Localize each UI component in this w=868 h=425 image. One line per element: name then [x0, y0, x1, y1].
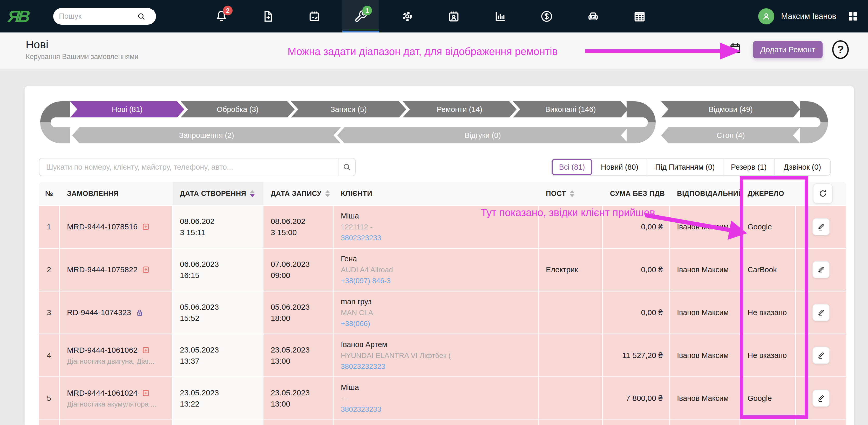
pencil-icon — [816, 265, 826, 274]
nav-gear[interactable] — [389, 0, 426, 32]
funnel-stage-top-1[interactable]: Обробка (3) — [181, 101, 294, 117]
date-created-line: 08.06.202 — [180, 216, 263, 227]
cell-client: Іванов АртемHYUNDAI ELANTRA VI Ліфтбек (… — [334, 334, 538, 376]
client-name: Іванов Артем — [341, 340, 538, 349]
partial-row-cell — [334, 420, 538, 425]
cell-date-created: 06.06.202316:15 — [173, 249, 264, 291]
orders-search-input[interactable] — [39, 163, 338, 171]
user-name: Максим Іванов — [781, 12, 836, 21]
column-header-5[interactable]: ПОСТ — [538, 182, 603, 205]
funnel-stage-top-3[interactable]: Ремонти (14) — [403, 101, 517, 117]
cell-row-number: 5 — [39, 377, 60, 419]
status-filter-tabs: Всі (81)Новий (80)Під Питанням (0)Резерв… — [551, 159, 831, 176]
sort-icon[interactable] — [325, 190, 330, 197]
cell-post — [538, 291, 603, 334]
user-box[interactable]: Максим Іванов — [758, 0, 859, 32]
nav-car[interactable] — [575, 0, 612, 32]
funnel-stage-top-5[interactable]: Відмови (49) — [661, 101, 800, 117]
edit-order-button[interactable] — [812, 390, 830, 407]
filter-tab-4[interactable]: Дзвінок (0) — [775, 159, 830, 175]
funnel-stage-bottom-2[interactable]: Стоп (4) — [661, 127, 800, 143]
column-label: ДАТА ЗАПИСУ — [271, 190, 321, 198]
column-label: ДАТА СТВОРЕННЯ — [180, 190, 246, 198]
nav-wrench[interactable]: 1 — [342, 0, 379, 32]
edit-order-button[interactable] — [812, 218, 830, 235]
edit-order-button[interactable] — [812, 261, 830, 278]
order-number[interactable]: MRD-9444-1061024 — [67, 389, 137, 397]
cell-date-created: 23.05.202313:22 — [173, 377, 264, 419]
filter-tab-0[interactable]: Всі (81) — [552, 159, 593, 175]
pencil-icon — [816, 308, 826, 317]
date-record-line: 05.06.2023 — [271, 301, 333, 313]
cell-sum: 0,00 ₴ — [603, 291, 670, 334]
table-row[interactable]: 5MRD-9444-1061024Діагностика акумулятора… — [39, 377, 846, 419]
table-body: 1MRD-9444-107851608.06.2023 15:1108.06.2… — [39, 205, 846, 419]
nav-calendar-check[interactable] — [296, 0, 333, 32]
plus-square-icon — [141, 265, 151, 274]
order-number[interactable]: RD-9444-1074323 — [67, 308, 131, 317]
partial-row-cell — [173, 420, 264, 425]
global-search-input[interactable] — [59, 12, 137, 21]
order-number[interactable]: MRD-9444-1075822 — [67, 265, 137, 274]
order-number[interactable]: MRD-9444-1078516 — [67, 222, 137, 231]
cell-responsible: Іванов Максим — [670, 249, 740, 291]
cell-row-number: 1 — [39, 206, 60, 248]
nav-bar-chart[interactable] — [482, 0, 519, 32]
date-range-calendar-icon[interactable] — [728, 41, 742, 55]
funnel-stage-top-0[interactable]: Нові (81) — [70, 101, 184, 117]
cell-order: MRD-9444-1078516 — [60, 206, 173, 248]
plus-square-icon — [141, 345, 151, 355]
edit-order-button[interactable] — [812, 347, 830, 364]
plus-square-icon — [141, 222, 151, 231]
nav-table[interactable] — [621, 0, 658, 32]
client-phone-link[interactable]: +38(097) 846-3 — [341, 277, 538, 285]
cell-date-created: 23.05.202313:37 — [173, 334, 264, 376]
cell-actions — [796, 206, 846, 248]
orders-search[interactable] — [39, 158, 355, 176]
partial-row-cell — [264, 420, 334, 425]
refresh-button[interactable] — [813, 183, 833, 204]
table-row[interactable]: 4MRD-9444-1061062Діагностика двигуна, Ді… — [39, 334, 846, 376]
nav-dollar[interactable] — [528, 0, 565, 32]
cell-responsible: Іванов Максим — [670, 377, 740, 419]
cell-sum: 0,00 ₴ — [603, 206, 670, 248]
funnel-stage-top-4[interactable]: Виконані (146) — [513, 101, 628, 117]
client-phone-link[interactable]: 3802323233 — [341, 234, 538, 242]
filter-tab-2[interactable]: Під Питанням (0) — [647, 159, 723, 175]
avatar[interactable] — [758, 8, 774, 24]
sort-icon[interactable] — [570, 190, 575, 197]
cell-row-number: 3 — [39, 291, 60, 334]
add-repair-button[interactable]: Додати Ремонт — [753, 41, 823, 58]
client-phone-link[interactable]: +38(066) — [341, 319, 538, 328]
filter-tab-3[interactable]: Резерв (1) — [723, 159, 775, 175]
funnel-stage-top-2[interactable]: Записи (5) — [291, 101, 406, 117]
nav-bell[interactable]: 2 — [203, 0, 240, 32]
column-header-2[interactable]: ДАТА СТВОРЕННЯ — [173, 182, 264, 205]
filter-tab-1[interactable]: Новий (80) — [593, 159, 647, 175]
client-phone-link[interactable]: 3802323233 — [341, 405, 538, 414]
help-button[interactable]: ? — [832, 40, 849, 59]
date-record-line: 13:00 — [271, 356, 333, 367]
table-row[interactable]: 2MRD-9444-107582206.06.202316:1507.06.20… — [39, 249, 846, 291]
date-record-line: 09:00 — [271, 270, 333, 281]
nav-id-card[interactable] — [435, 0, 472, 32]
nav-file-plus[interactable] — [249, 0, 286, 32]
column-label: ЗАМОВЛЕННЯ — [67, 190, 119, 198]
order-number[interactable]: MRD-9444-1061062 — [67, 346, 137, 355]
client-phone-link[interactable]: 38023232323 — [341, 362, 538, 371]
table-icon — [633, 9, 646, 23]
funnel-stage-bottom-0[interactable]: Запрошення (2) — [72, 127, 341, 143]
cell-source: Google — [740, 377, 796, 419]
partial-row-cell — [39, 420, 60, 425]
orders-search-button[interactable] — [338, 159, 355, 176]
edit-order-button[interactable] — [812, 304, 830, 321]
table-row[interactable]: 3RD-9444-107432305.06.202315:5205.06.202… — [39, 291, 846, 334]
table-row[interactable]: 1MRD-9444-107851608.06.2023 15:1108.06.2… — [39, 206, 846, 248]
global-search[interactable] — [53, 8, 156, 25]
funnel-stage-bottom-1[interactable]: Відгуки (0) — [337, 127, 628, 143]
funnel-gap-left — [51, 117, 71, 127]
sort-icon[interactable] — [250, 190, 255, 197]
cell-row-number: 4 — [39, 334, 60, 376]
apps-grid-icon[interactable] — [847, 10, 859, 23]
column-header-3[interactable]: ДАТА ЗАПИСУ — [264, 182, 334, 205]
